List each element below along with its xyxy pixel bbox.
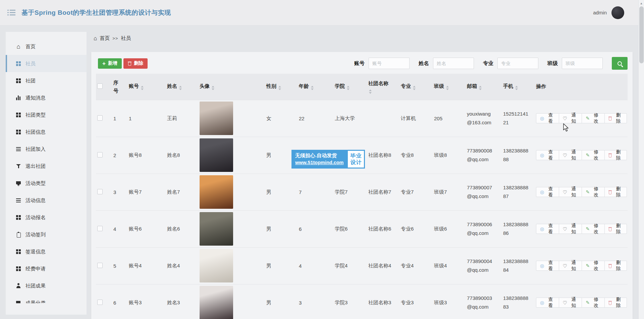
column-label: 性别 — [266, 83, 276, 89]
trash-icon — [608, 264, 612, 268]
column-header-phone: 手机 — [502, 74, 535, 100]
search-label-account: 账号 — [354, 60, 365, 67]
trash-button[interactable]: 删除 — [604, 298, 627, 308]
cell-index: 2 — [113, 137, 128, 174]
sidebar-item-act-info[interactable]: 活动信息 — [6, 192, 87, 209]
cell-phone: 13823888888 — [502, 137, 535, 174]
sidebar-item-clubs[interactable]: 社团 — [6, 72, 87, 89]
sidebar-item-club-types[interactable]: 社团类型 — [6, 106, 87, 123]
sort-icon[interactable] — [446, 86, 449, 90]
sidebar-item-club-join[interactable]: 社团加入 — [6, 140, 87, 157]
edit-button[interactable]: ✎修改 — [582, 187, 604, 197]
plus-icon: + — [102, 61, 106, 66]
view-button[interactable]: ◎查看 — [536, 224, 559, 234]
sidebar-item-funding[interactable]: 经费申请 — [6, 260, 87, 277]
row-checkbox[interactable] — [97, 226, 103, 231]
sort-icon[interactable] — [413, 86, 416, 90]
sidebar-item-act-types[interactable]: 活动类型 — [6, 175, 87, 192]
view-icon: ◎ — [540, 227, 544, 231]
scrollbar[interactable]: ▲ — [638, 0, 644, 319]
view-button[interactable]: ◎查看 — [536, 187, 559, 197]
sidebar-item-achievements[interactable]: 社团成果 — [6, 277, 87, 294]
heart-button[interactable]: ♡通知 — [559, 224, 582, 234]
username: admin — [593, 10, 607, 15]
home-icon — [16, 44, 21, 49]
sort-icon[interactable] — [179, 86, 182, 90]
cell-account: 账号7 — [128, 174, 166, 210]
grid-icon — [16, 112, 21, 118]
view-button[interactable]: ◎查看 — [536, 298, 559, 308]
view-button[interactable]: ◎查看 — [536, 261, 559, 271]
sort-icon[interactable] — [369, 89, 372, 94]
sidebar-item-members[interactable]: 社员 — [6, 55, 87, 72]
add-button[interactable]: + 新增 — [98, 58, 122, 69]
column-header-avatar: 头像 — [199, 74, 266, 100]
action-label: 通知 — [569, 223, 578, 235]
row-checkbox[interactable] — [97, 152, 103, 157]
row-checkbox[interactable] — [97, 263, 103, 268]
delete-button[interactable]: 删除 — [123, 58, 148, 69]
edit-button[interactable]: ✎修改 — [582, 261, 604, 271]
search-input-class[interactable] — [562, 58, 603, 69]
sort-icon[interactable] — [347, 86, 350, 90]
sidebar-item-achv-types[interactable]: 成果分类 — [6, 294, 87, 303]
sidebar-item-checkout[interactable]: 签退信息 — [6, 243, 87, 260]
trash-button[interactable]: 删除 — [604, 187, 627, 197]
row-checkbox[interactable] — [97, 189, 103, 194]
action-label: 查看 — [546, 186, 555, 198]
trash-button[interactable]: 删除 — [604, 261, 627, 271]
sidebar-item-act-checkin[interactable]: 活动签到 — [6, 226, 87, 243]
row-checkbox[interactable] — [97, 115, 103, 121]
trash-button[interactable]: 删除 — [604, 113, 627, 123]
cell-college: 上海大学 — [334, 100, 368, 137]
sort-icon[interactable] — [479, 86, 482, 90]
sidebar-item-notices[interactable]: 通知消息 — [6, 89, 87, 106]
trash-button[interactable]: 删除 — [604, 150, 627, 160]
heart-button[interactable]: ♡通知 — [559, 150, 582, 160]
scrollbar-thumb[interactable] — [639, 6, 644, 63]
column-label: 社团名称 — [368, 80, 399, 87]
search-input-account[interactable] — [369, 58, 410, 69]
heart-button[interactable]: ♡通知 — [559, 187, 582, 197]
sort-icon[interactable] — [278, 86, 281, 90]
heart-button[interactable]: ♡通知 — [559, 261, 582, 271]
search-input-major[interactable] — [497, 58, 538, 69]
member-photo — [200, 249, 233, 282]
breadcrumb-home[interactable]: 首页 — [100, 35, 110, 42]
sort-icon[interactable] — [212, 86, 214, 90]
heart-button[interactable]: ♡通知 — [559, 298, 582, 308]
sort-icon[interactable] — [141, 86, 144, 90]
menu-toggle-icon[interactable] — [7, 10, 15, 15]
member-photo — [200, 212, 233, 246]
heart-icon: ♡ — [563, 116, 567, 121]
sort-icon[interactable] — [311, 86, 314, 90]
scroll-up-icon[interactable]: ▲ — [639, 2, 644, 5]
heart-button[interactable]: ♡通知 — [559, 113, 582, 123]
cell-name: 姓名3 — [166, 284, 199, 319]
view-button[interactable]: ◎查看 — [536, 113, 559, 123]
cell-age: 7 — [298, 174, 334, 210]
sidebar-item-club-quit[interactable]: 退出社团 — [6, 157, 87, 175]
edit-button[interactable]: ✎修改 — [582, 298, 604, 308]
sidebar-item-home[interactable]: 首页 — [6, 38, 87, 55]
sidebar-item-act-signup[interactable]: 活动报名 — [6, 209, 87, 226]
sort-icon[interactable] — [515, 86, 518, 90]
grid-icon — [16, 61, 21, 66]
edit-button[interactable]: ✎修改 — [582, 150, 604, 160]
edit-button[interactable]: ✎修改 — [582, 113, 604, 123]
breadcrumb-current[interactable]: 社员 — [121, 35, 131, 42]
table-body: 11王莉女22上海大学计算机205youxiwang@163.com152512… — [96, 100, 628, 319]
edit-button[interactable]: ✎修改 — [582, 224, 604, 234]
sidebar-item-club-info[interactable]: 社团信息 — [6, 123, 87, 140]
search-input-name[interactable] — [433, 58, 474, 69]
select-all-checkbox[interactable] — [97, 83, 103, 89]
search-field-class: 班级 — [547, 58, 603, 69]
row-checkbox[interactable] — [97, 300, 103, 305]
watermark-text: 无须担心.自动发货 www.51topmind.com — [291, 150, 347, 169]
cell-gender: 男 — [266, 210, 298, 247]
search-button[interactable] — [612, 57, 628, 70]
trash-button[interactable]: 删除 — [604, 224, 627, 234]
user-avatar[interactable] — [611, 6, 624, 19]
cell-age: 4 — [298, 247, 334, 284]
view-button[interactable]: ◎查看 — [536, 150, 559, 160]
